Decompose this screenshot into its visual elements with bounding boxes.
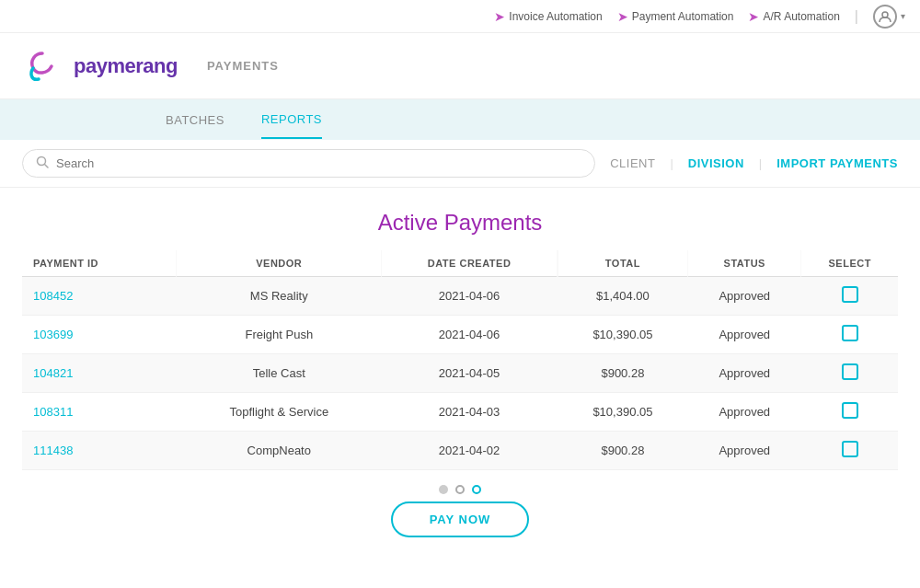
division-filter[interactable]: DIVISION: [688, 156, 744, 170]
payment-id-link[interactable]: 104821: [33, 366, 73, 380]
status-cell: Approved: [688, 277, 800, 316]
chevron-down-icon: ▾: [901, 11, 905, 21]
payment-id-cell: 103699: [22, 316, 176, 354]
col-header-vendor: VENDOR: [177, 250, 381, 277]
top-nav: ➤ Invoice Automation ➤ Payment Automatio…: [0, 0, 920, 33]
date-created-cell: 2021-04-02: [382, 432, 556, 470]
invoice-automation-label: Invoice Automation: [509, 10, 602, 23]
date-created-cell: 2021-04-05: [382, 354, 556, 393]
status-cell: Approved: [688, 316, 800, 354]
invoice-automation-link[interactable]: ➤ Invoice Automation: [494, 9, 602, 24]
ar-icon: ➤: [748, 9, 759, 24]
payment-automation-link[interactable]: ➤ Payment Automation: [617, 9, 734, 24]
total-cell: $900.28: [558, 432, 687, 470]
nav-divider: |: [855, 8, 858, 25]
ar-automation-link[interactable]: ➤ A/R Automation: [748, 9, 839, 24]
vendor-cell: Telle Cast: [177, 354, 381, 393]
table-row: 108452 MS Reality 2021-04-06 $1,404.00 A…: [22, 277, 898, 316]
search-container: [22, 149, 595, 178]
payment-id-link[interactable]: 108452: [33, 289, 73, 303]
main-content: Active Payments PAYMENT ID VENDOR DATE C…: [0, 188, 920, 588]
select-checkbox[interactable]: [842, 325, 858, 341]
select-checkbox[interactable]: [842, 402, 858, 419]
vendor-cell: Freight Push: [177, 316, 381, 354]
payment-icon: ➤: [617, 9, 628, 24]
date-created-cell: 2021-04-03: [382, 393, 556, 432]
user-avatar: [873, 5, 897, 29]
vendor-cell: CompNeato: [177, 432, 381, 470]
payment-id-cell: 111438: [22, 432, 176, 470]
tab-batches[interactable]: BATCHES: [166, 102, 224, 138]
active-payments-table: PAYMENT ID VENDOR DATE CREATED TOTAL STA…: [22, 250, 898, 470]
search-input[interactable]: [56, 156, 581, 170]
logo[interactable]: paymerang: [22, 46, 178, 86]
active-payments-title: Active Payments: [22, 210, 898, 236]
status-cell: Approved: [688, 432, 800, 470]
sub-nav: BATCHES REPORTS: [0, 99, 920, 140]
select-cell: [801, 432, 898, 470]
col-header-date-created: DATE CREATED: [382, 250, 556, 277]
logo-icon: [22, 46, 63, 86]
vendor-cell: MS Reality: [177, 277, 381, 316]
table-row: 108311 Topflight & Service 2021-04-03 $1…: [22, 393, 898, 432]
filter-divider-2: |: [759, 156, 762, 170]
total-cell: $10,390.05: [558, 393, 687, 432]
dot-3[interactable]: [472, 485, 481, 494]
col-header-select: SELECT: [801, 250, 898, 277]
payment-id-cell: 108311: [22, 393, 176, 432]
invoice-icon: ➤: [494, 9, 505, 24]
search-icon: [36, 156, 49, 171]
logo-text: paymerang: [74, 54, 178, 78]
vendor-cell: Topflight & Service: [177, 393, 381, 432]
date-created-cell: 2021-04-06: [382, 316, 556, 354]
payment-id-link[interactable]: 108311: [33, 405, 73, 419]
total-cell: $900.28: [558, 354, 687, 393]
total-cell: $10,390.05: [558, 316, 687, 354]
header: paymerang PAYMENTS: [0, 33, 920, 99]
select-checkbox[interactable]: [842, 441, 858, 457]
svg-point-0: [882, 12, 888, 17]
col-header-payment-id: PAYMENT ID: [22, 250, 176, 277]
select-checkbox[interactable]: [842, 286, 858, 303]
dot-2[interactable]: [455, 485, 465, 494]
payment-id-cell: 108452: [22, 277, 176, 316]
col-header-status: STATUS: [688, 250, 800, 277]
svg-line-2: [45, 165, 49, 168]
pagination: [22, 485, 898, 494]
status-cell: Approved: [688, 393, 800, 432]
dot-1[interactable]: [439, 485, 448, 494]
pay-now-button[interactable]: PAY NOW: [391, 502, 530, 537]
payment-id-cell: 104821: [22, 354, 176, 393]
client-filter[interactable]: CLIENT: [610, 156, 655, 170]
tab-reports[interactable]: REPORTS: [261, 101, 322, 139]
select-cell: [801, 354, 898, 393]
filter-bar: CLIENT | DIVISION | IMPORT PAYMENTS: [0, 140, 920, 188]
select-cell: [801, 393, 898, 432]
user-menu-button[interactable]: ▾: [873, 5, 905, 29]
payment-id-link[interactable]: 111438: [33, 444, 73, 457]
status-cell: Approved: [688, 354, 800, 393]
table-row: 104821 Telle Cast 2021-04-05 $900.28 App…: [22, 354, 898, 393]
payment-automation-label: Payment Automation: [632, 10, 734, 23]
table-row: 111438 CompNeato 2021-04-02 $900.28 Appr…: [22, 432, 898, 470]
pay-now-container: PAY NOW: [22, 502, 898, 537]
filter-divider-1: |: [670, 156, 673, 170]
select-cell: [801, 316, 898, 354]
ar-automation-label: A/R Automation: [763, 10, 839, 23]
app-title: PAYMENTS: [207, 59, 279, 73]
select-checkbox[interactable]: [842, 363, 858, 380]
payment-id-link[interactable]: 103699: [33, 328, 73, 341]
import-payments-button[interactable]: IMPORT PAYMENTS: [776, 156, 898, 170]
table-row: 103699 Freight Push 2021-04-06 $10,390.0…: [22, 316, 898, 354]
col-header-total: TOTAL: [558, 250, 687, 277]
date-created-cell: 2021-04-06: [382, 277, 556, 316]
select-cell: [801, 277, 898, 316]
total-cell: $1,404.00: [558, 277, 687, 316]
